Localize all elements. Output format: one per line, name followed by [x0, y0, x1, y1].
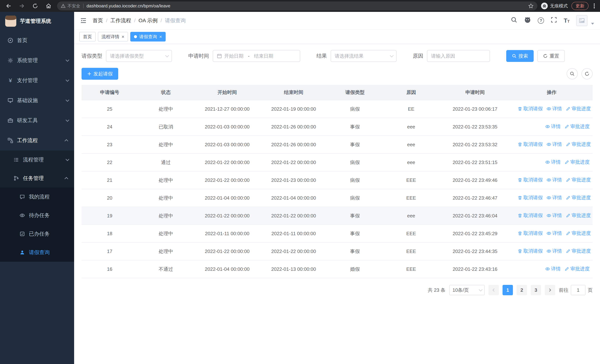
site-security-chip[interactable]: 不安全: [61, 3, 80, 9]
fullscreen-icon[interactable]: [551, 17, 557, 24]
monitor-icon: [7, 97, 13, 103]
col-start-time: 开始时间: [194, 85, 261, 100]
detail-link[interactable]: 详情: [546, 177, 562, 183]
breadcrumb-oa-example[interactable]: OA 示例: [139, 17, 162, 24]
approval-progress-link[interactable]: 审批进度: [566, 177, 591, 183]
url-text[interactable]: dashboard.yudao.iocoder.cn/bpm/oa/leave: [86, 3, 525, 9]
detail-link[interactable]: 详情: [546, 195, 562, 201]
approval-progress-link[interactable]: 审批进度: [564, 266, 590, 272]
reload-icon[interactable]: [30, 1, 40, 11]
approval-progress-link[interactable]: 审批进度: [566, 105, 591, 112]
breadcrumb-workflow[interactable]: 工作流程: [111, 17, 136, 24]
search-icon[interactable]: [511, 17, 517, 25]
detail-link[interactable]: 详情: [546, 248, 562, 254]
cancel-leave-link[interactable]: 取消请假: [517, 177, 543, 183]
detail-link[interactable]: 详情: [546, 212, 562, 219]
detail-link[interactable]: 详情: [545, 266, 561, 272]
cancel-leave-link[interactable]: 取消请假: [517, 105, 543, 112]
user-avatar[interactable]: [576, 15, 587, 26]
approval-progress-link[interactable]: 审批进度: [566, 212, 591, 219]
cell-apply-time: 2022-01-22 23:51:15: [439, 153, 511, 171]
close-tab-icon[interactable]: ×: [122, 34, 124, 39]
table-row[interactable]: 23 处理中 2022-01-03 00:00:00 2022-01-26 00…: [82, 136, 593, 153]
approval-progress-link[interactable]: 审批进度: [564, 159, 590, 165]
table-row[interactable]: 25 处理中 2021-12-27 00:00:00 2022-01-19 00…: [82, 100, 593, 118]
chevron-up-icon: [65, 177, 68, 181]
approval-progress-link[interactable]: 审批进度: [566, 230, 591, 236]
back-icon[interactable]: [4, 1, 13, 11]
table-row[interactable]: 17 处理中 2022-01-22 00:00:00 2022-01-22 00…: [82, 243, 593, 260]
calendar-icon: [217, 53, 222, 59]
refresh-table-icon[interactable]: [581, 68, 593, 79]
reset-button[interactable]: 重置: [537, 50, 565, 62]
approval-progress-link[interactable]: 审批进度: [564, 123, 590, 130]
goto-page-input[interactable]: [571, 285, 586, 295]
sidebar-item-devtools[interactable]: 研发工具: [0, 111, 74, 131]
sidebar-item-task-management[interactable]: 任务管理: [0, 169, 74, 187]
detail-link[interactable]: 详情: [545, 123, 561, 130]
forward-icon[interactable]: [17, 1, 27, 11]
detail-link[interactable]: 详情: [546, 141, 562, 148]
help-icon[interactable]: ?: [538, 18, 544, 24]
sidebar-collapse-icon[interactable]: [80, 17, 87, 24]
cell-end-time: 2022-01-13 00:00:00: [260, 260, 327, 278]
sidebar-item-my-processes[interactable]: 我的流程: [0, 187, 74, 206]
detail-link[interactable]: 详情: [545, 159, 561, 165]
cancel-leave-link[interactable]: 取消请假: [517, 195, 543, 201]
github-icon[interactable]: [524, 16, 531, 25]
create-leave-button[interactable]: 发起请假: [82, 68, 118, 80]
approval-progress-link[interactable]: 审批进度: [566, 195, 591, 201]
sidebar-item-todo-tasks[interactable]: 待办任务: [0, 206, 74, 225]
cancel-leave-link[interactable]: 取消请假: [517, 141, 543, 148]
apply-time-range-picker[interactable]: 开始日期 - 结束日期: [213, 50, 300, 62]
sidebar-item-leave-query[interactable]: 请假查询: [0, 243, 74, 262]
cancel-leave-link[interactable]: 取消请假: [517, 248, 543, 254]
detail-link[interactable]: 详情: [546, 230, 562, 236]
toggle-search-icon[interactable]: [567, 68, 578, 79]
sidebar-item-workflow[interactable]: 工作流程: [0, 131, 74, 150]
sidebar-item-done-tasks[interactable]: 已办任务: [0, 225, 74, 243]
page-button-3[interactable]: 3: [531, 285, 541, 295]
browser-menu-icon[interactable]: [592, 3, 596, 8]
font-size-icon[interactable]: TT: [564, 17, 570, 24]
approval-progress-link[interactable]: 审批进度: [566, 248, 591, 254]
breadcrumb-home[interactable]: 首页: [93, 17, 107, 24]
reason-input[interactable]: [427, 50, 490, 62]
page-button-1[interactable]: 1: [503, 285, 513, 295]
search-button[interactable]: 搜索: [506, 50, 534, 62]
table-row[interactable]: 19 处理中 2022-01-22 00:00:00 2022-01-22 00…: [82, 207, 593, 225]
table-row[interactable]: 24 已取消 2022-01-03 00:00:00 2022-01-26 00…: [82, 118, 593, 136]
sidebar-item-infrastructure[interactable]: 基础设施: [0, 90, 74, 111]
cell-reason: EEE: [383, 225, 439, 243]
page-button-2[interactable]: 2: [517, 285, 527, 295]
result-select[interactable]: 请选择流结果: [331, 50, 396, 62]
address-bar[interactable]: 不安全 dashboard.yudao.iocoder.cn/bpm/oa/le…: [57, 1, 537, 10]
page-size-select[interactable]: 10条/页: [449, 285, 485, 295]
tag-home[interactable]: 首页: [79, 32, 96, 42]
approval-progress-link[interactable]: 审批进度: [566, 141, 591, 148]
close-tab-icon[interactable]: ×: [159, 34, 162, 39]
sidebar-item-system[interactable]: 系统管理: [0, 50, 74, 70]
prev-page-button[interactable]: [488, 285, 499, 295]
browser-update-button[interactable]: 更新: [572, 2, 589, 10]
app-logo[interactable]: 芋道管理系统: [0, 12, 74, 30]
sidebar-item-payment[interactable]: ¥ 支付管理: [0, 70, 74, 90]
table-row[interactable]: 16 不通过 2022-01-04 00:00:00 2022-01-13 00…: [82, 260, 593, 278]
table-row[interactable]: 21 处理中 2022-01-22 00:00:00 2022-01-23 00…: [82, 171, 593, 189]
bookmark-star-icon[interactable]: [528, 3, 534, 9]
tag-process-detail[interactable]: 流程详情 ×: [98, 32, 128, 42]
tag-leave-query[interactable]: 请假查询 ×: [130, 32, 166, 42]
detail-link[interactable]: 详情: [546, 105, 562, 112]
cancel-leave-link[interactable]: 取消请假: [517, 212, 543, 219]
cancel-leave-link[interactable]: 取消请假: [517, 230, 543, 236]
table-row[interactable]: 20 处理中 2022-01-04 00:00:00 2022-01-04 00…: [82, 189, 593, 207]
home-icon[interactable]: [44, 1, 53, 11]
cell-apply-time: 2022-01-23 00:06:17: [439, 100, 511, 118]
table-row[interactable]: 18 处理中 2022-01-11 00:00:00 2022-01-11 00…: [82, 225, 593, 243]
next-page-button[interactable]: [545, 285, 555, 295]
user-menu-caret-icon[interactable]: [591, 23, 594, 25]
sidebar-item-process-management[interactable]: 流程管理: [0, 150, 74, 169]
leave-type-select[interactable]: 请选择请假类型: [106, 50, 172, 62]
table-row[interactable]: 22 通过 2022-01-22 00:00:00 2022-01-22 00:…: [82, 153, 593, 171]
sidebar-item-home[interactable]: 首页: [0, 30, 74, 50]
